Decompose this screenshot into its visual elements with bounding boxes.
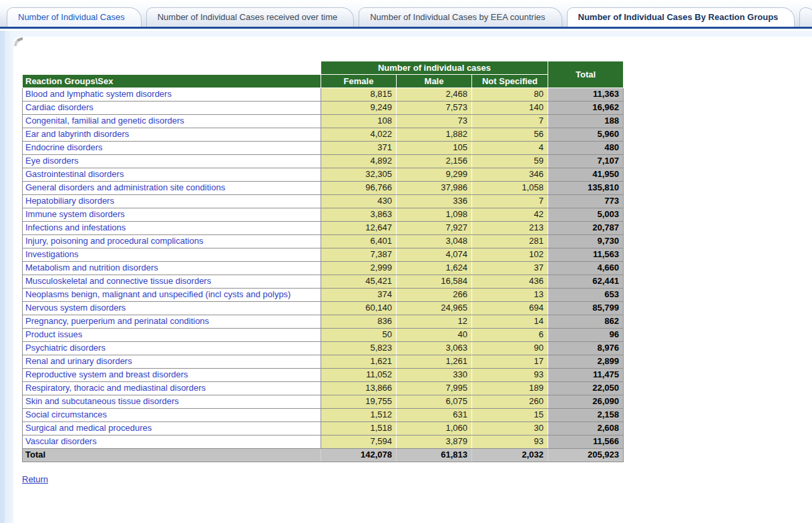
not-specified-count-cell: 260 [472,395,548,409]
reaction-group-cell: Endocrine disorders [23,142,321,155]
male-count-cell: 24,965 [397,302,472,315]
table-row: Skin and subcutaneous tissue disorders19… [23,395,624,409]
not-specified-count-cell: 56 [472,128,548,142]
male-count-cell: 61,813 [397,449,472,462]
reaction-group-cell: Injury, poisoning and procedural complic… [23,235,321,248]
reaction-group-cell: Eye disorders [23,155,321,168]
table-row: Pregnancy, puerperium and perinatal cond… [23,315,624,329]
table-header-row-2: Reaction Groups\Sex Female Male Not Spec… [23,75,624,88]
not-specified-count-cell: 93 [472,369,548,382]
table-row: General disorders and administration sit… [23,182,624,195]
reaction-group-cell: Infections and infestations [23,222,321,235]
female-count-cell: 142,078 [321,449,397,462]
reaction-group-cell: Psychiatric disorders [23,342,321,355]
female-count-cell: 8,815 [321,88,397,102]
table-row: Vascular disorders7,5943,8799311,566 [23,435,624,449]
reaction-group-cell: Social circumstances [23,409,321,422]
not-specified-count-cell: 80 [472,88,548,102]
page-background: Number of individual cases Total Reactio… [0,31,812,523]
table-row: Injury, poisoning and procedural complic… [23,235,624,248]
male-count-cell: 1,060 [397,422,472,435]
not-specified-count-cell: 59 [472,155,548,168]
not-specified-count-cell: 42 [472,208,548,222]
reaction-group-cell: Reproductive system and breast disorders [23,369,321,382]
not-specified-count-cell: 140 [472,102,548,115]
not-specified-count-cell: 7 [472,195,548,208]
not-specified-count-cell: 37 [472,262,548,275]
male-count-cell: 1,882 [397,128,472,142]
male-count-cell: 2,156 [397,155,472,168]
female-count-cell: 374 [321,289,397,302]
reaction-group-cell: General disorders and administration sit… [23,182,321,195]
tab-cases-by-reaction-groups[interactable]: Number of Individual Cases By Reaction G… [567,7,795,27]
male-count-cell: 631 [397,409,472,422]
not-specified-count-cell: 15 [472,409,548,422]
female-count-cell: 5,823 [321,342,397,355]
male-count-cell: 7,995 [397,382,472,395]
male-count-cell: 12 [397,315,472,329]
table-header-row-1: Number of individual cases Total [23,61,624,75]
female-count-cell: 1,512 [321,409,397,422]
table-row: Reproductive system and breast disorders… [23,369,624,382]
female-count-cell: 96,766 [321,182,397,195]
female-count-cell: 108 [321,115,397,128]
row-total-cell: 862 [548,315,624,329]
row-total-cell: 4,660 [548,262,624,275]
male-count-cell: 266 [397,289,472,302]
table-row: Nervous system disorders60,14024,9656948… [23,302,624,315]
row-total-cell: 5,003 [548,208,624,222]
row-total-cell: 5,960 [548,128,624,142]
table-row: Psychiatric disorders5,8233,063908,976 [23,342,624,355]
male-count-cell: 330 [397,369,472,382]
female-count-cell: 1,621 [321,355,397,369]
tab-cases-by-eea-countries[interactable]: Number of Individual Cases by EEA countr… [359,7,562,27]
table-row: Cardiac disorders9,2497,57314016,962 [23,102,624,115]
table-row: Immune system disorders3,8631,098425,003 [23,208,624,222]
female-count-cell: 4,892 [321,155,397,168]
tab-number-of-individual-cases[interactable]: Number of Individual Cases [7,7,142,27]
table-row: Product issues5040696 [23,329,624,342]
row-total-cell: 480 [548,142,624,155]
reaction-group-cell: Pregnancy, puerperium and perinatal cond… [23,315,321,329]
table-row: Gastrointestinal disorders32,3059,299346… [23,168,624,182]
content-panel: Number of individual cases Total Reactio… [13,37,812,523]
male-count-cell: 9,299 [397,168,472,182]
male-count-cell: 37,986 [397,182,472,195]
male-count-cell: 105 [397,142,472,155]
table-row: Infections and infestations12,6477,92721… [23,222,624,235]
return-link[interactable]: Return [22,474,48,484]
female-count-cell: 2,999 [321,262,397,275]
female-count-cell: 6,401 [321,235,397,248]
tab-cases-received-over-time[interactable]: Number of Individual Cases received over… [146,7,355,27]
female-count-cell: 7,594 [321,435,397,449]
table-body: Blood and lymphatic system disorders8,81… [23,88,624,462]
row-total-cell: 2,899 [548,355,624,369]
table-row: Hepatobiliary disorders4303367773 [23,195,624,208]
reaction-group-cell: Vascular disorders [23,435,321,449]
female-count-cell: 12,647 [321,222,397,235]
reaction-group-cell: Product issues [23,329,321,342]
header-male-column: Male [397,75,472,88]
tab-stub[interactable] [799,7,812,27]
not-specified-count-cell: 4 [472,142,548,155]
not-specified-count-cell: 436 [472,275,548,289]
male-count-cell: 16,584 [397,275,472,289]
female-count-cell: 836 [321,315,397,329]
reaction-group-cell: Respiratory, thoracic and mediastinal di… [23,382,321,395]
not-specified-count-cell: 346 [472,168,548,182]
table-row: Blood and lymphatic system disorders8,81… [23,88,624,102]
row-total-cell: 7,107 [548,155,624,168]
row-total-cell: 62,441 [548,275,624,289]
row-total-cell: 773 [548,195,624,208]
row-total-cell: 11,563 [548,248,624,262]
not-specified-count-cell: 102 [472,248,548,262]
row-total-cell: 11,363 [548,88,624,102]
reaction-group-cell: Metabolism and nutrition disorders [23,262,321,275]
row-total-cell: 188 [548,115,624,128]
row-total-cell: 16,962 [548,102,624,115]
male-count-cell: 2,468 [397,88,472,102]
male-count-cell: 3,879 [397,435,472,449]
reaction-group-cell: Ear and labyrinth disorders [23,128,321,142]
female-count-cell: 60,140 [321,302,397,315]
table-row: Surgical and medical procedures1,5181,06… [23,422,624,435]
